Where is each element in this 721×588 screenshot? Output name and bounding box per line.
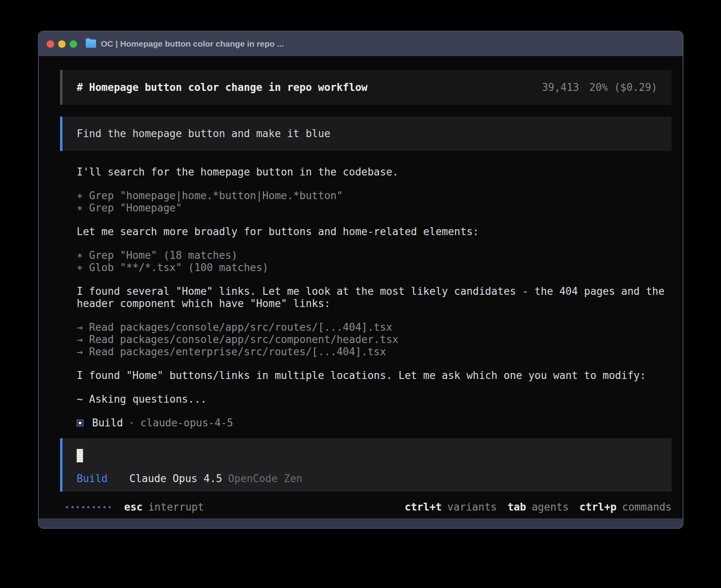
- agent-model: claude-opus-4-5: [140, 417, 233, 429]
- session-stats: 39,413 20% ($0.29): [542, 81, 657, 94]
- prompt-input[interactable]: Build Claude Opus 4.5 OpenCode Zen: [60, 438, 672, 492]
- maximize-button[interactable]: [70, 40, 77, 48]
- shortcut-key-tab[interactable]: tab: [508, 501, 526, 513]
- status-bar-right: ctrl+t variants tab agents ctrl+p comman…: [394, 501, 672, 513]
- separator-dot: ·: [128, 417, 135, 429]
- terminal-window: OC | Homepage button color change in rep…: [38, 31, 683, 529]
- input-agent-label[interactable]: Build: [77, 473, 108, 485]
- shortcut-variants: ctrl+t variants: [405, 501, 497, 513]
- shortcut-label-commands: commands: [622, 501, 672, 513]
- shortcut-agents: tab agents: [508, 501, 569, 513]
- agent-name: Build: [92, 417, 123, 429]
- traffic-lights: [47, 40, 77, 48]
- status-bar: esc interrupt ctrl+t variants tab agents…: [60, 501, 672, 513]
- shortcut-key-ctrl-p[interactable]: ctrl+p: [579, 501, 617, 513]
- tool-call-list: → Read packages/console/app/src/routes/[…: [77, 321, 672, 358]
- agent-badge-icon: [77, 420, 83, 426]
- shortcut-label-agents: agents: [532, 501, 569, 513]
- assistant-text: I found several "Home" links. Let me loo…: [77, 285, 672, 310]
- close-button[interactable]: [47, 40, 54, 48]
- terminal-content: # Homepage button color change in repo w…: [39, 56, 683, 518]
- agent-status-row: Build · claude-opus-4-5: [77, 417, 672, 429]
- tool-call-list: ∗ Grep "homepage|home.*button|Home.*butt…: [77, 190, 672, 214]
- assistant-text: I found "Home" buttons/links in multiple…: [77, 369, 672, 382]
- folder-icon: [86, 40, 96, 48]
- assistant-text: Let me search more broadly for buttons a…: [77, 226, 672, 238]
- user-message-text: Find the homepage button and make it blu…: [77, 128, 330, 140]
- shortcut-label-variants: variants: [447, 501, 497, 513]
- session-header: # Homepage button color change in repo w…: [60, 70, 672, 105]
- working-status: ~ Asking questions...: [77, 393, 672, 405]
- text-cursor: [77, 449, 83, 462]
- window-bottom-edge: [39, 518, 683, 528]
- tool-call-list: ∗ Grep "Home" (18 matches) ∗ Glob "**/*.…: [77, 249, 672, 274]
- status-bar-left: esc interrupt: [66, 501, 204, 513]
- window-title: OC | Homepage button color change in rep…: [101, 39, 284, 49]
- session-title: # Homepage button color change in repo w…: [77, 81, 368, 94]
- context-usage-cost: 20% ($0.29): [589, 81, 657, 94]
- shortcut-key-esc[interactable]: esc: [124, 501, 143, 513]
- shortcut-commands: ctrl+p commands: [579, 501, 672, 513]
- assistant-text: I'll search for the homepage button in t…: [77, 166, 672, 178]
- shortcut-label-interrupt: interrupt: [148, 501, 204, 513]
- minimize-button[interactable]: [58, 40, 66, 48]
- token-count: 39,413: [542, 81, 579, 94]
- desktop: OC | Homepage button color change in rep…: [0, 0, 721, 588]
- input-model-label[interactable]: Claude Opus 4.5: [129, 473, 222, 485]
- progress-dots-icon: [66, 506, 111, 508]
- shortcut-key-ctrl-t[interactable]: ctrl+t: [405, 501, 442, 513]
- window-titlebar[interactable]: OC | Homepage button color change in rep…: [39, 32, 683, 56]
- user-message: Find the homepage button and make it blu…: [60, 117, 672, 151]
- input-meta: Build Claude Opus 4.5 OpenCode Zen: [77, 473, 657, 485]
- input-provider-label: OpenCode Zen: [228, 473, 302, 485]
